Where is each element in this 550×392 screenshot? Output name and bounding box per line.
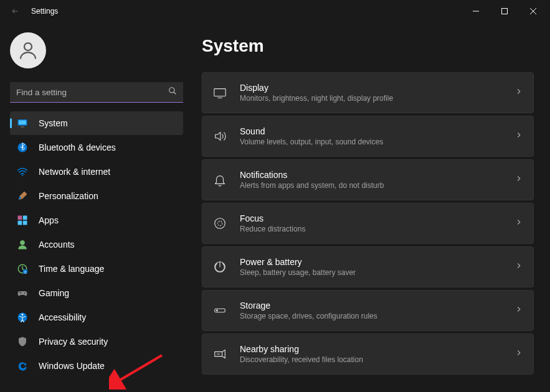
svg-rect-8: [18, 216, 22, 220]
titlebar: Settings: [0, 0, 550, 22]
sidebar-item-label: Privacy & security: [39, 337, 108, 347]
sidebar-item-network[interactable]: Network & internet: [10, 160, 183, 184]
accessibility-icon: [16, 311, 29, 324]
card-storage[interactable]: Storage Storage space, drives, configura…: [202, 290, 534, 331]
sidebar-item-label: Network & internet: [39, 167, 110, 177]
sidebar-item-personalization[interactable]: Personalization: [10, 184, 183, 208]
sidebar-item-label: System: [39, 118, 68, 128]
svg-point-2: [169, 88, 174, 93]
sidebar-item-label: Gaming: [39, 288, 69, 298]
search-icon: [168, 86, 177, 98]
focus-icon: [212, 216, 227, 231]
sidebar-item-label: Personalization: [39, 191, 98, 201]
avatar[interactable]: [10, 32, 46, 68]
svg-point-1: [24, 43, 32, 50]
svg-point-7: [22, 175, 23, 176]
gaming-icon: [16, 287, 29, 299]
sidebar-item-gaming[interactable]: Gaming: [10, 281, 183, 305]
sidebar-item-label: Apps: [39, 215, 59, 225]
sidebar-item-label: Accounts: [39, 240, 75, 250]
svg-rect-0: [502, 9, 508, 14]
sidebar-item-label: Time & language: [39, 264, 104, 274]
notifications-icon: [212, 172, 227, 187]
chevron-right-icon: [514, 174, 523, 185]
sidebar-item-privacy[interactable]: Privacy & security: [10, 330, 183, 353]
card-title: Display: [240, 83, 514, 93]
page-title: System: [202, 36, 534, 56]
card-title: Power & battery: [240, 257, 514, 267]
search-box[interactable]: [10, 82, 183, 103]
card-desc: Storage space, drives, configuration rul…: [240, 312, 514, 320]
svg-point-25: [217, 310, 218, 311]
app-title: Settings: [31, 7, 58, 16]
sidebar: System Bluetooth & devices Network & int…: [0, 22, 193, 392]
storage-icon: [212, 303, 227, 318]
main-content: System Display Monitors, brightness, nig…: [193, 22, 550, 392]
search-input[interactable]: [16, 88, 168, 97]
svg-point-16: [24, 292, 26, 294]
svg-rect-20: [214, 89, 225, 96]
time-icon: 文: [16, 263, 29, 275]
maximize-button[interactable]: [490, 0, 519, 22]
privacy-icon: [16, 335, 29, 348]
svg-rect-5: [21, 126, 24, 128]
svg-point-12: [20, 240, 25, 245]
chevron-right-icon: [514, 348, 523, 360]
power-icon: [212, 259, 227, 274]
chevron-right-icon: [514, 131, 523, 142]
sidebar-item-accessibility[interactable]: Accessibility: [10, 306, 183, 329]
accounts-icon: [16, 238, 29, 251]
card-focus[interactable]: Focus Reduce distractions: [202, 203, 534, 244]
sidebar-item-bluetooth[interactable]: Bluetooth & devices: [10, 136, 183, 159]
svg-point-21: [215, 218, 225, 229]
nav-list: System Bluetooth & devices Network & int…: [10, 111, 183, 378]
sidebar-item-update[interactable]: Windows Update: [10, 354, 183, 378]
back-button[interactable]: [2, 0, 27, 22]
settings-cards: Display Monitors, brightness, night ligh…: [202, 72, 534, 375]
svg-text:文: 文: [24, 270, 27, 274]
chevron-right-icon: [514, 261, 523, 273]
card-title: Sound: [240, 126, 514, 136]
sidebar-item-label: Windows Update: [39, 361, 105, 371]
update-icon: [16, 360, 29, 372]
card-sound[interactable]: Sound Volume levels, output, input, soun…: [202, 116, 534, 157]
sidebar-item-apps[interactable]: Apps: [10, 208, 183, 232]
card-desc: Volume levels, output, input, sound devi…: [240, 138, 514, 146]
system-icon: [16, 117, 29, 129]
card-display[interactable]: Display Monitors, brightness, night ligh…: [202, 72, 534, 113]
close-button[interactable]: [519, 0, 548, 22]
personalization-icon: [16, 190, 29, 202]
sidebar-item-label: Accessibility: [39, 312, 86, 322]
apps-icon: [16, 214, 29, 226]
card-title: Storage: [240, 301, 514, 310]
network-icon: [16, 166, 29, 178]
card-desc: Reduce distractions: [240, 225, 514, 233]
card-title: Focus: [240, 213, 514, 223]
card-notifications[interactable]: Notifications Alerts from apps and syste…: [202, 159, 534, 200]
sidebar-item-accounts[interactable]: Accounts: [10, 233, 183, 256]
card-title: Notifications: [240, 170, 514, 180]
sound-icon: [212, 129, 227, 144]
card-power[interactable]: Power & battery Sleep, battery usage, ba…: [202, 246, 534, 287]
chevron-right-icon: [514, 87, 523, 98]
card-desc: Alerts from apps and system, do not dist…: [240, 181, 514, 190]
chevron-right-icon: [514, 218, 523, 229]
sidebar-item-time[interactable]: 文 Time & language: [10, 257, 183, 281]
card-nearby[interactable]: Nearby sharing Discoverability, received…: [202, 334, 534, 375]
chevron-right-icon: [514, 305, 523, 316]
card-desc: Sleep, battery usage, battery saver: [240, 268, 514, 277]
card-desc: Monitors, brightness, night light, displ…: [240, 94, 514, 103]
svg-rect-4: [19, 121, 26, 125]
sidebar-item-label: Bluetooth & devices: [39, 142, 116, 152]
card-title: Nearby sharing: [240, 344, 514, 354]
nearby-icon: [212, 347, 227, 362]
bluetooth-icon: [16, 141, 29, 154]
svg-rect-10: [18, 221, 22, 225]
minimize-button[interactable]: [462, 0, 490, 22]
window-controls: [462, 0, 548, 22]
svg-point-22: [217, 221, 222, 225]
sidebar-item-system[interactable]: System: [10, 111, 183, 135]
card-desc: Discoverability, received files location: [240, 355, 514, 364]
svg-rect-11: [23, 221, 27, 225]
display-icon: [212, 85, 227, 100]
